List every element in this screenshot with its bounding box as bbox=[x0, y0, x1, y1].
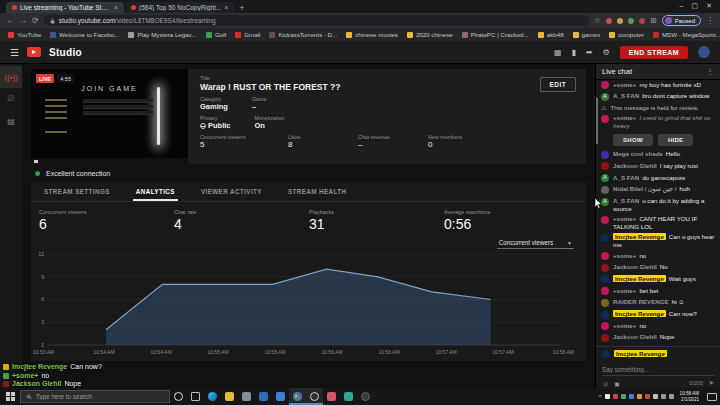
file-explorer-icon[interactable] bbox=[221, 388, 238, 405]
app-lock-icon[interactable] bbox=[238, 388, 255, 405]
tray-mic-icon[interactable] bbox=[613, 394, 618, 399]
app-mail-icon[interactable] bbox=[272, 388, 289, 405]
edge-icon[interactable] bbox=[204, 388, 221, 405]
hamburger-menu-icon[interactable]: ☰ bbox=[10, 47, 19, 58]
chat-message[interactable]: A A_S FANu can do it by adding a source bbox=[601, 195, 716, 213]
tab-analytics[interactable]: ANALYTICS bbox=[123, 182, 188, 201]
chat-message[interactable]: RAIDER REVENGEhi ☺ bbox=[601, 297, 716, 309]
tab-viewer-activity[interactable]: VIEWER ACTIVITY bbox=[188, 182, 275, 201]
sidebar-item-stream[interactable]: ((•)) bbox=[0, 66, 22, 88]
player-controls-bar[interactable] bbox=[31, 158, 188, 164]
chat-message[interactable]: +some+bet bet bbox=[601, 285, 716, 297]
new-tab-button[interactable]: + bbox=[239, 3, 244, 13]
bookmark-item[interactable]: Welcome to Facebo... bbox=[50, 31, 119, 38]
end-stream-button[interactable]: END STREAM bbox=[620, 46, 688, 59]
bookmark-item[interactable]: YouTube bbox=[8, 31, 41, 38]
extension-icon[interactable] bbox=[628, 18, 634, 24]
taskbar-search-input[interactable] bbox=[36, 393, 164, 400]
chat-menu-icon[interactable]: ⋮ bbox=[707, 67, 715, 76]
bookmark-item[interactable]: akb48 bbox=[538, 31, 564, 38]
bookmark-icon[interactable]: ▮ bbox=[571, 48, 575, 57]
chat-message[interactable]: +some+no bbox=[601, 320, 716, 332]
chat-scrollbar[interactable] bbox=[596, 98, 598, 144]
app-teal-icon[interactable] bbox=[340, 388, 357, 405]
taskbar-search[interactable]: 🔍︎ bbox=[20, 390, 170, 403]
obs-icon[interactable] bbox=[306, 388, 323, 405]
tray-cloud-icon[interactable] bbox=[605, 394, 610, 399]
tray-red-icon[interactable] bbox=[645, 394, 650, 399]
chat-message[interactable]: +some+my boy has fortnite xD bbox=[601, 80, 716, 91]
bookmark-item[interactable]: computer bbox=[609, 31, 644, 38]
tray-volume-icon[interactable] bbox=[669, 394, 674, 399]
chat-message-input[interactable] bbox=[602, 363, 714, 376]
chat-message[interactable]: Jackson GlehllI say play rust bbox=[601, 160, 716, 172]
tray-expand-icon[interactable]: ^ bbox=[599, 394, 602, 400]
browser-tab[interactable]: (584) Top 50 NoCopyRight... × bbox=[125, 2, 234, 13]
tab-close-icon[interactable]: × bbox=[224, 4, 228, 11]
bookmark-item[interactable]: MSW - MegaSports... bbox=[653, 31, 720, 38]
bookmark-item[interactable]: 2020 chinese bbox=[407, 31, 453, 38]
app-pink-icon[interactable] bbox=[323, 388, 340, 405]
task-view-icon[interactable] bbox=[187, 388, 204, 405]
browser-menu-icon[interactable]: ⋮ bbox=[706, 17, 714, 25]
minimize-button[interactable]: – bbox=[680, 2, 684, 10]
tray-lock-icon[interactable] bbox=[653, 394, 658, 399]
extension-icon[interactable] bbox=[639, 18, 645, 24]
app-check-icon[interactable] bbox=[255, 388, 272, 405]
bookmark-item[interactable]: games bbox=[573, 31, 601, 38]
hide-button[interactable]: HIDE bbox=[658, 134, 694, 146]
action-center-icon[interactable] bbox=[707, 393, 717, 401]
stream-preview-player[interactable]: JOIN GAME LIVE 4:55 bbox=[31, 69, 188, 164]
tray-green-icon[interactable] bbox=[621, 394, 626, 399]
cortana-icon[interactable] bbox=[170, 388, 187, 405]
app-dark-icon[interactable] bbox=[357, 388, 374, 405]
address-bar[interactable]: studio.youtube.com/video/L8TM8OE9S4/live… bbox=[44, 15, 589, 26]
chat-message[interactable]: Jackson GlehllNope bbox=[601, 332, 716, 344]
chart-metric-dropdown[interactable]: Concurrent viewers ▼ bbox=[497, 238, 574, 249]
chat-message[interactable]: +some+no bbox=[601, 250, 716, 262]
bookmark-item[interactable]: Play Mystera Legac... bbox=[128, 31, 197, 38]
emoji-icon[interactable]: ☺ bbox=[602, 380, 609, 387]
chat-message[interactable]: A A_S FANdo gamecapure bbox=[601, 172, 716, 184]
settings-gear-icon[interactable]: ⚙ bbox=[603, 48, 610, 57]
taskbar-clock[interactable]: 10:58 AM 2/1/2021 bbox=[677, 391, 702, 402]
share-icon[interactable]: ➦ bbox=[586, 48, 593, 57]
tab-stream-settings[interactable]: STREAM SETTINGS bbox=[31, 182, 123, 201]
chrome-icon[interactable] bbox=[289, 388, 306, 405]
chat-message[interactable]: Nidal Bilel / جين سون /huh bbox=[601, 184, 716, 196]
youtube-logo[interactable] bbox=[27, 47, 41, 57]
send-icon[interactable]: ➤ bbox=[708, 379, 714, 387]
chat-message[interactable]: Imcjtee RevengeWait guys bbox=[601, 273, 716, 285]
tab-close-icon[interactable]: × bbox=[114, 4, 118, 11]
bookmark-item[interactable]: KickassTorrents - D... bbox=[269, 31, 337, 38]
forward-button[interactable]: → bbox=[19, 17, 27, 25]
extension-icon[interactable] bbox=[617, 18, 623, 24]
tab-stream-health[interactable]: STREAM HEALTH bbox=[275, 182, 360, 201]
tray-network-icon[interactable] bbox=[661, 394, 666, 399]
edit-button[interactable]: EDIT bbox=[540, 77, 576, 92]
sidebar-item-webcam[interactable]: ⎚ bbox=[0, 88, 22, 110]
bookmark-item[interactable]: chinese movies bbox=[346, 31, 398, 38]
chat-message[interactable]: A A_S FANbro dont capture window bbox=[601, 91, 716, 103]
bookmark-star-icon[interactable]: ☆ bbox=[594, 17, 601, 25]
extension-icon[interactable] bbox=[606, 18, 612, 24]
bookmark-item[interactable]: PiratePC | Cracked... bbox=[462, 31, 529, 38]
browser-profile[interactable]: Paused bbox=[662, 15, 701, 26]
superchat-icon[interactable]: ▣ bbox=[614, 380, 620, 387]
channel-avatar[interactable] bbox=[698, 46, 710, 58]
back-button[interactable]: ← bbox=[6, 17, 14, 25]
tray-blue-icon[interactable] bbox=[629, 394, 634, 399]
create-icon[interactable]: ▦ bbox=[554, 48, 562, 57]
maximize-button[interactable]: ▢ bbox=[692, 2, 699, 10]
start-button[interactable] bbox=[0, 392, 20, 401]
bookmark-item[interactable]: Golf bbox=[206, 31, 226, 38]
close-button[interactable]: ✕ bbox=[706, 2, 712, 10]
chat-message[interactable]: Imcjtee RevengeCan now? bbox=[601, 308, 716, 320]
chat-message[interactable]: +some+CANT HEAR YOU IF TALKING LOL bbox=[601, 214, 716, 232]
show-button[interactable]: SHOW bbox=[613, 134, 653, 146]
bookmark-item[interactable]: Gmail bbox=[235, 31, 260, 38]
chat-message[interactable]: Mega cool shadeHello bbox=[601, 149, 716, 161]
browser-tab[interactable]: Live streaming - YouTube Studio × bbox=[6, 2, 124, 13]
chat-message[interactable]: Jackson GlehllNo bbox=[601, 262, 716, 274]
tray-orange-icon[interactable] bbox=[637, 394, 642, 399]
